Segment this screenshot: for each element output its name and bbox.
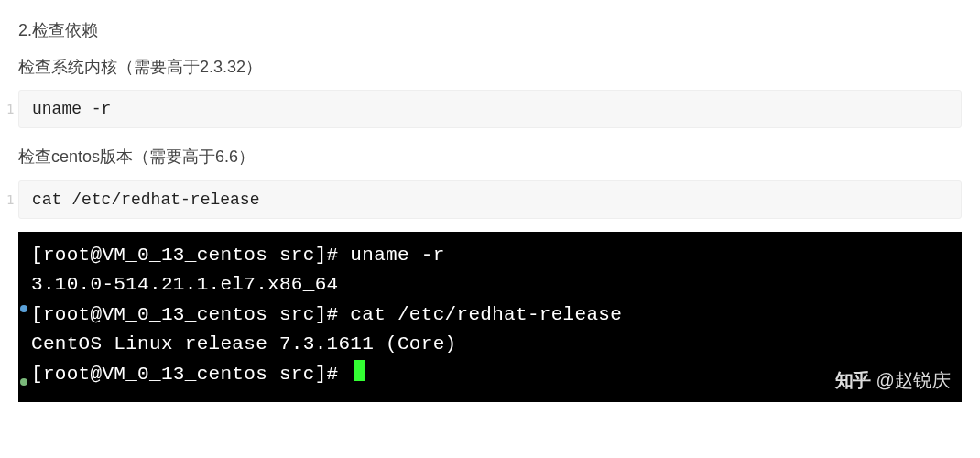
code-content: uname -r: [32, 100, 111, 118]
watermark-author: @赵锐庆: [876, 366, 951, 395]
code-block-cat: 1 cat /etc/redhat-release: [18, 180, 962, 219]
section-heading: 2.检查依赖: [18, 15, 962, 46]
paragraph-centos-check: 检查centos版本（需要高于6.6）: [18, 141, 962, 172]
terminal-line: [root@VM_0_13_centos src]# uname -r: [31, 241, 949, 271]
line-number: 1: [6, 192, 14, 207]
terminal-line: 3.10.0-514.21.1.el7.x86_64: [31, 270, 949, 300]
cursor-icon: [354, 360, 365, 381]
zhihu-logo-icon: 知乎: [835, 366, 870, 395]
gutter-dot-icon: [20, 305, 27, 312]
code-block-uname: 1 uname -r: [18, 90, 962, 128]
terminal-line: CentOS Linux release 7.3.1611 (Core): [31, 330, 949, 360]
terminal-output: [root@VM_0_13_centos src]# uname -r 3.10…: [18, 232, 962, 403]
terminal-line: [root@VM_0_13_centos src]# cat /etc/redh…: [31, 300, 949, 331]
watermark: 知乎 @赵锐庆: [835, 366, 951, 395]
paragraph-kernel-check: 检查系统内核（需要高于2.3.32）: [18, 51, 962, 82]
code-content: cat /etc/redhat-release: [32, 191, 259, 209]
line-number: 1: [6, 102, 14, 116]
terminal-line: [root@VM_0_13_centos src]#: [31, 360, 949, 390]
gutter-dot-icon: [20, 378, 27, 386]
